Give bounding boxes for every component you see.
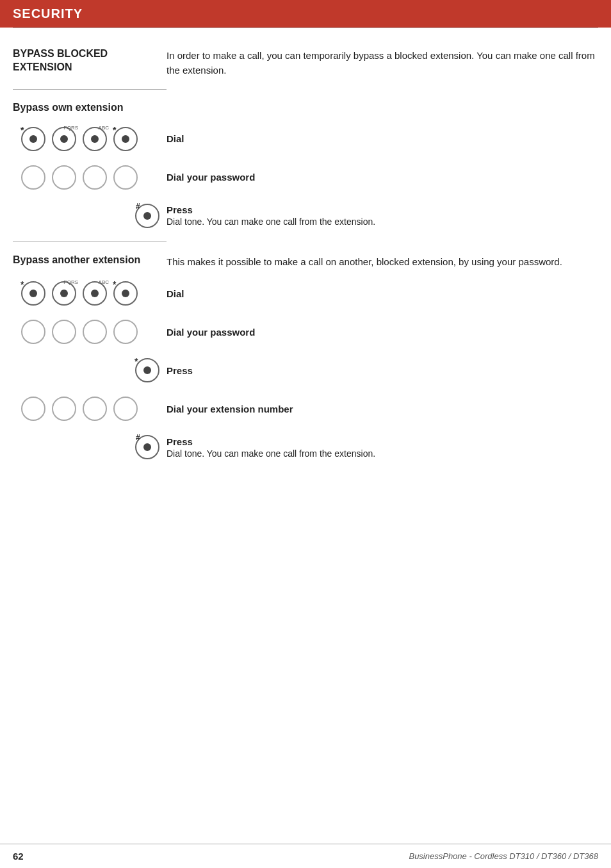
bypass-own-step3-icons: # — [13, 202, 167, 230]
bypass-another-step1: * 7 PQRS 2 ABC * Dial — [13, 279, 598, 307]
main-content: BYPASS BLOCKED EXTENSION In order to mak… — [0, 28, 611, 484]
plain-key-11 — [81, 395, 109, 423]
bypass-another-divider — [13, 242, 167, 242]
bypass-own-step1-label: Dial — [167, 133, 598, 144]
main-section-header: BYPASS BLOCKED EXTENSION In order to mak… — [13, 47, 598, 78]
7pqrs-key-1: 7 PQRS — [50, 125, 78, 153]
hash-key-2: # — [133, 433, 161, 461]
bypass-another-step4: Dial your extension number — [13, 395, 598, 423]
star-key-1: * — [19, 125, 47, 153]
bypass-another-step4-icons — [13, 395, 167, 423]
bypass-own-step2-label: Dial your password — [167, 172, 598, 183]
plain-key-10 — [50, 395, 78, 423]
bypass-own-step3-label: Press Dial tone. You can make one call f… — [167, 204, 598, 227]
bypass-own-divider — [13, 89, 167, 90]
bypass-own-step3: # Press Dial tone. You can make one call… — [13, 202, 598, 230]
star-key-5: * — [133, 356, 161, 384]
bypass-own-step1-icons: * 7 PQRS 2 ABC * — [13, 125, 167, 153]
plain-key-4 — [111, 163, 140, 192]
main-section-title: BYPASS BLOCKED EXTENSION — [13, 47, 167, 74]
bypass-own-step1: * 7 PQRS 2 ABC * — [13, 125, 598, 153]
bypass-another-step5-label: Press Dial tone. You can make one call f… — [167, 436, 598, 459]
bypass-another-step5: # Press Dial tone. You can make one call… — [13, 433, 598, 461]
bypass-own-step2-icons — [13, 163, 167, 192]
plain-key-5 — [19, 318, 47, 346]
footer: 62 BusinessPhone - Cordless DT310 / DT36… — [0, 844, 611, 868]
bypass-another-step1-icons: * 7 PQRS 2 ABC * — [13, 279, 167, 307]
product-name: BusinessPhone - Cordless DT310 / DT360 /… — [409, 851, 598, 861]
2abc-key-1: 2 ABC — [81, 125, 109, 153]
bypass-another-step2-label: Dial your password — [167, 327, 598, 338]
plain-key-2 — [50, 163, 78, 192]
bypass-another-desc: This makes it possible to make a call on… — [167, 254, 598, 270]
header: SECURITY — [0, 0, 611, 28]
plain-key-1 — [19, 163, 47, 192]
star-key-3: * — [19, 279, 47, 307]
bypass-own-step2: Dial your password — [13, 163, 598, 192]
plain-key-6 — [50, 318, 78, 346]
bypass-own-subtitle: Bypass own extension — [13, 101, 167, 115]
plain-key-3 — [81, 163, 109, 192]
bypass-another-step1-label: Dial — [167, 288, 598, 299]
bypass-another-step3: * Press — [13, 356, 598, 384]
plain-key-12 — [111, 395, 140, 423]
bypass-another-subtitle-row: Bypass another extension This makes it p… — [13, 254, 598, 270]
bypass-another-step2: Dial your password — [13, 318, 598, 346]
bypass-another-step4-label: Dial your extension number — [167, 404, 598, 414]
bypass-own-subtitle-row: Bypass own extension — [13, 101, 598, 115]
2abc-key-2: 2 ABC — [81, 279, 109, 307]
bypass-another-subtitle: Bypass another extension — [13, 254, 167, 267]
star-key-4: * — [111, 279, 140, 307]
header-title: SECURITY — [13, 6, 83, 21]
bypass-another-step3-icons: * — [13, 356, 167, 384]
7pqrs-key-2: 7 PQRS — [50, 279, 78, 307]
bypass-another-step5-icons: # — [13, 433, 167, 461]
page-number: 62 — [13, 851, 24, 862]
bypass-another-step3-label: Press — [167, 365, 598, 376]
main-section-desc: In order to make a call, you can tempora… — [167, 47, 598, 78]
hash-key-1: # — [133, 202, 161, 230]
plain-key-9 — [19, 395, 47, 423]
star-key-2: * — [111, 125, 140, 153]
plain-key-7 — [81, 318, 109, 346]
bypass-another-step2-icons — [13, 318, 167, 346]
plain-key-8 — [111, 318, 140, 346]
